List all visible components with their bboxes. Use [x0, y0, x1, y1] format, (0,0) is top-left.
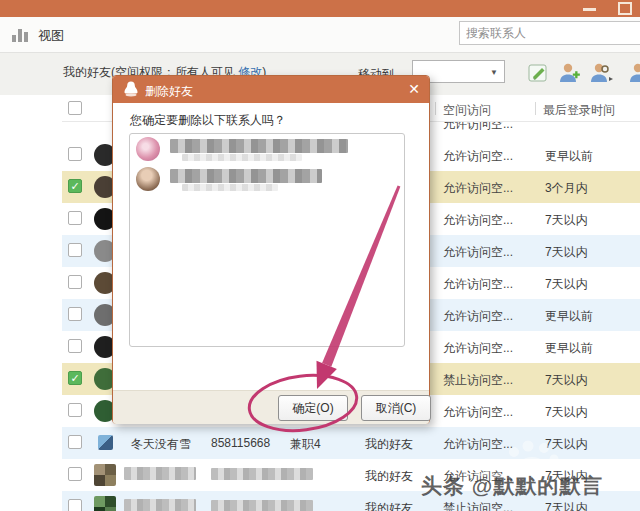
- space-access-cell: 允许访问空...: [443, 340, 513, 357]
- contact-group: 我的好友: [365, 468, 413, 485]
- table-row[interactable]: 冬天没有雪858115668兼职4我的好友允许访问空...7天以内: [62, 427, 640, 459]
- last-login-cell: 3个月内: [545, 180, 588, 197]
- view-menu[interactable]: 视图: [38, 27, 64, 45]
- avatar: [94, 496, 116, 511]
- last-login-cell: 更早以前: [545, 340, 593, 357]
- row-checkbox[interactable]: [68, 403, 82, 417]
- row-checkbox[interactable]: [68, 211, 82, 225]
- contact-group: 我的好友: [365, 500, 413, 511]
- column-header-space-access[interactable]: 空间访问: [443, 102, 491, 119]
- last-login-cell: 7天以内: [545, 212, 588, 229]
- space-access-cell: 允许访问空...: [443, 404, 513, 421]
- dialog-titlebar: 删除好友 ✕: [113, 76, 429, 103]
- dialog-title: 删除好友: [145, 83, 193, 100]
- view-chart-icon: [12, 27, 30, 42]
- window-titlebar: [0, 0, 640, 17]
- main-toolbar: 视图: [0, 17, 640, 53]
- blurred-number: [211, 500, 313, 511]
- column-divider: [535, 102, 536, 115]
- blurred-nickname: [124, 499, 196, 511]
- add-friend-icon[interactable]: [558, 61, 582, 85]
- ok-button[interactable]: 确定(O): [278, 395, 348, 421]
- table-row[interactable]: 我的好友禁止访问空...7天以内: [62, 491, 640, 511]
- dialog-message: 您确定要删除以下联系人吗？: [130, 112, 286, 129]
- last-login-cell: 7天以内: [545, 404, 588, 421]
- row-checkbox[interactable]: [68, 147, 82, 161]
- row-checkbox[interactable]: [68, 467, 82, 481]
- contact-number: 858115668: [211, 436, 270, 450]
- close-icon[interactable]: ✕: [408, 81, 420, 97]
- last-login-cell: 更早以前: [545, 148, 593, 165]
- space-access-cell: 允许访问空...: [443, 436, 513, 453]
- blurred-nickname: [124, 467, 196, 480]
- edit-icon[interactable]: [526, 61, 550, 85]
- qq-penguin-icon: [122, 80, 140, 98]
- space-access-cell: 禁止访问空...: [443, 500, 513, 511]
- dialog-footer: 确定(O) 取消(C): [113, 390, 429, 424]
- last-login-cell: 7天以内: [545, 500, 588, 511]
- contact-manager-window: 视图 我的好友(空间权限：所有人可见 修改) 移动到 ▼ 空间访问 最后登录时: [0, 0, 640, 511]
- contact-group: 我的好友: [365, 436, 413, 453]
- portrait-avatar: [136, 167, 160, 191]
- contact-to-delete: [130, 134, 404, 164]
- space-access-cell: 允许访问空...: [443, 148, 513, 165]
- blurred-number: [211, 468, 313, 480]
- minimize-icon[interactable]: [583, 8, 596, 11]
- blurred-contact-signature: [182, 154, 302, 161]
- row-checkbox[interactable]: [68, 275, 82, 289]
- space-access-cell: 禁止访问空...: [443, 372, 513, 389]
- avatar: [94, 464, 116, 486]
- space-access-cell: 允许访问空...: [443, 244, 513, 261]
- space-access-cell: 允许访问空...: [443, 276, 513, 293]
- row-checkbox[interactable]: [68, 435, 82, 449]
- chevron-down-icon: ▼: [490, 68, 498, 77]
- contact-to-delete: [130, 164, 404, 194]
- delete-friend-dialog: 删除好友 ✕ 您确定要删除以下联系人吗？ 确定(O) 取消(C): [112, 75, 430, 424]
- search-input[interactable]: [459, 21, 640, 45]
- space-access-cell: 允许访问空...: [443, 308, 513, 325]
- column-divider: [435, 102, 436, 115]
- last-login-cell: 7天以内: [545, 468, 588, 485]
- blurred-contact-signature: [182, 184, 278, 191]
- table-row[interactable]: 我的好友允许访问空...7天以内: [62, 459, 640, 491]
- contact-nickname: 冬天没有雪: [131, 436, 191, 453]
- last-login-cell: 7天以内: [545, 276, 588, 293]
- column-header-last-login[interactable]: 最后登录时间: [543, 102, 615, 119]
- find-friend-icon[interactable]: [590, 61, 614, 85]
- cancel-button[interactable]: 取消(C): [361, 395, 431, 421]
- row-checkbox[interactable]: [68, 307, 82, 321]
- space-access-cell: 允许访问空...: [443, 180, 513, 197]
- row-checkbox-checked[interactable]: ✓: [68, 179, 82, 193]
- last-login-cell: 7天以内: [545, 244, 588, 261]
- friend-icon[interactable]: [628, 61, 640, 85]
- space-access-cell: 允许访问空...: [443, 212, 513, 229]
- blurred-contact-name: [170, 139, 348, 153]
- flower-avatar: [136, 137, 160, 161]
- space-access-cell: 允许访问空...: [443, 122, 513, 133]
- row-checkbox[interactable]: [68, 243, 82, 257]
- row-checkbox[interactable]: [68, 499, 82, 511]
- select-all-checkbox[interactable]: [68, 101, 82, 115]
- blurred-contact-name: [170, 169, 322, 183]
- last-login-cell: 更早以前: [545, 308, 593, 325]
- avatar: [98, 435, 113, 450]
- contacts-to-delete-list: [129, 133, 405, 347]
- row-checkbox[interactable]: [68, 339, 82, 353]
- row-checkbox-checked[interactable]: ✓: [68, 371, 82, 385]
- last-login-cell: 7天以内: [545, 436, 588, 453]
- maximize-icon[interactable]: [618, 2, 632, 15]
- space-access-cell: 允许访问空...: [443, 468, 513, 485]
- last-login-cell: 7天以内: [545, 372, 588, 389]
- contact-remark: 兼职4: [290, 436, 321, 453]
